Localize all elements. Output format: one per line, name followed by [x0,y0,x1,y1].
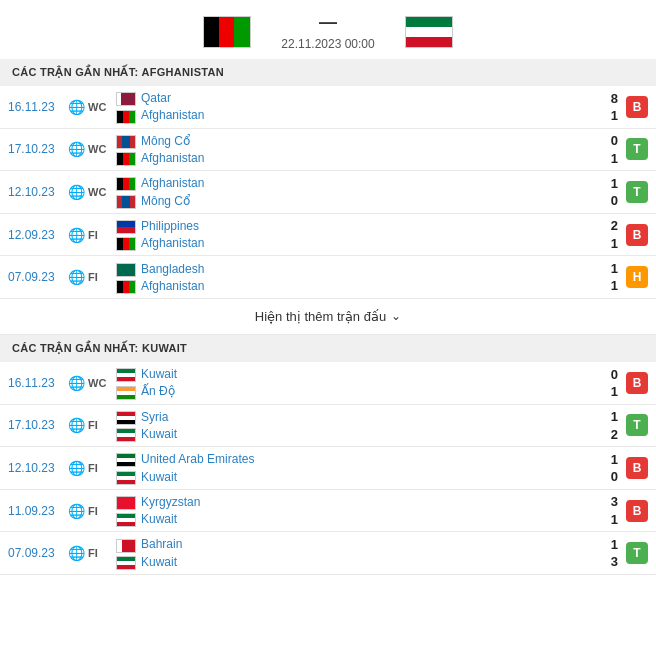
match-group-3: 12.09.23 🌐 FI Philippines 2 Afghanistan … [0,214,656,257]
globe-icon: 🌐 [68,99,85,115]
chevron-down-icon: ⌄ [391,309,401,323]
match-date-label: 17.10.23 [8,418,68,432]
team1-flag-icon [116,175,136,191]
team2-row: Kuwait 0 [116,468,626,484]
team2-score: 0 [598,193,618,208]
team1-name[interactable]: Bangladesh [141,262,593,276]
match-date-label: 16.11.23 [8,376,68,390]
match-group-1: 17.10.23 🌐 WC Mông Cổ 0 Afghanistan 1 [0,129,656,172]
globe-icon: 🌐 [68,417,85,433]
match-row-team1: 12.10.23 🌐 WC Afghanistan 1 Mông Cổ 0 [0,171,656,213]
team1-name[interactable]: Afghanistan [141,176,593,190]
result-badge: B [626,96,648,118]
team2-name[interactable]: Mông Cổ [141,194,593,208]
globe-icon: 🌐 [68,460,85,476]
match-date-label: 07.09.23 [8,546,68,560]
team2-flag-icon [116,383,136,399]
match-date-label: 12.10.23 [8,461,68,475]
team1-flag-icon [116,494,136,510]
team1-name[interactable]: Kuwait [141,367,593,381]
result-badge: T [626,414,648,436]
team1-name[interactable]: Philippines [141,219,593,233]
team1-name[interactable]: Syria [141,410,593,424]
result-badge: H [626,266,648,288]
match-competition: 🌐 WC [68,141,116,157]
match-header: — 22.11.2023 00:00 [0,0,656,59]
team2-name[interactable]: Kuwait [141,512,593,526]
team1-flag-icon [116,133,136,149]
match-date: 22.11.2023 00:00 [281,37,374,51]
team1-name[interactable]: Bahrain [141,537,593,551]
kuwait-section-header: CÁC TRẬN GẦN NHẤT: KUWAIT [0,335,656,362]
team2-flag [405,16,453,48]
team2-flag-icon [116,511,136,527]
team2-name[interactable]: Afghanistan [141,108,593,122]
match-competition: 🌐 FI [68,269,116,285]
team2-name[interactable]: Ấn Độ [141,384,593,398]
team1-name[interactable]: Kyrgyzstan [141,495,593,509]
match-date-label: 16.11.23 [8,100,68,114]
team2-flag-icon [116,426,136,442]
result-badge: T [626,138,648,160]
team2-score: 1 [598,236,618,251]
team1-row: Bahrain 1 [116,536,626,552]
match-row-team1: 16.11.23 🌐 WC Kuwait 0 Ấn Độ 1 [0,362,656,404]
globe-icon: 🌐 [68,503,85,519]
match-teams: Qatar 8 Afghanistan 1 [116,86,626,128]
team1-score: 0 [598,133,618,148]
match-competition: 🌐 FI [68,227,116,243]
match-row-team1: 12.09.23 🌐 FI Philippines 2 Afghanistan … [0,214,656,256]
team2-row: Ấn Độ 1 [116,383,626,399]
team2-name[interactable]: Kuwait [141,470,593,484]
show-more-button[interactable]: Hiện thị thêm trận đấu ⌄ [0,299,656,335]
match-date-label: 12.10.23 [8,185,68,199]
match-competition: 🌐 FI [68,545,116,561]
team2-score: 1 [598,278,618,293]
team1-score: 2 [598,218,618,233]
match-row-team1: 16.11.23 🌐 WC Qatar 8 Afghanistan 1 [0,86,656,128]
match-teams: Afghanistan 1 Mông Cổ 0 [116,171,626,213]
team1-score: 3 [598,494,618,509]
team1-flag-icon [116,218,136,234]
comp-label: FI [88,547,98,559]
team1-flag-icon [116,260,136,276]
team1-name[interactable]: Qatar [141,91,593,105]
team1-score: 1 [598,452,618,467]
result-badge: T [626,542,648,564]
team2-name[interactable]: Kuwait [141,555,593,569]
match-competition: 🌐 FI [68,460,116,476]
team2-name[interactable]: Afghanistan [141,236,593,250]
match-teams: Kyrgyzstan 3 Kuwait 1 [116,490,626,532]
match-group-2: 12.10.23 🌐 WC Afghanistan 1 Mông Cổ 0 [0,171,656,214]
team1-name[interactable]: Mông Cổ [141,134,593,148]
team1-flag-icon [116,409,136,425]
team2-flag-icon [116,235,136,251]
team2-row: Kuwait 3 [116,554,626,570]
match-date-label: 11.09.23 [8,504,68,518]
globe-icon: 🌐 [68,227,85,243]
match-row-team1: 11.09.23 🌐 FI Kyrgyzstan 3 Kuwait 1 [0,490,656,532]
team1-score: 1 [598,261,618,276]
match-teams: Syria 1 Kuwait 2 [116,405,626,447]
match-competition: 🌐 WC [68,375,116,391]
team2-score: 1 [598,151,618,166]
comp-label: WC [88,101,106,113]
comp-label: FI [88,505,98,517]
team2-name[interactable]: Kuwait [141,427,593,441]
match-competition: 🌐 WC [68,184,116,200]
team2-name[interactable]: Afghanistan [141,279,593,293]
match-competition: 🌐 FI [68,503,116,519]
match-competition: 🌐 FI [68,417,116,433]
match-teams: Bangladesh 1 Afghanistan 1 [116,256,626,298]
team2-score: 3 [598,554,618,569]
team2-row: Afghanistan 1 [116,235,626,251]
team1-name[interactable]: United Arab Emirates [141,452,593,466]
team2-flag-icon [116,150,136,166]
team2-row: Afghanistan 1 [116,150,626,166]
match-teams: Mông Cổ 0 Afghanistan 1 [116,129,626,171]
team2-row: Kuwait 1 [116,511,626,527]
result-badge: B [626,500,648,522]
team2-name[interactable]: Afghanistan [141,151,593,165]
team1-score: 1 [598,176,618,191]
team2-row: Afghanistan 1 [116,107,626,123]
